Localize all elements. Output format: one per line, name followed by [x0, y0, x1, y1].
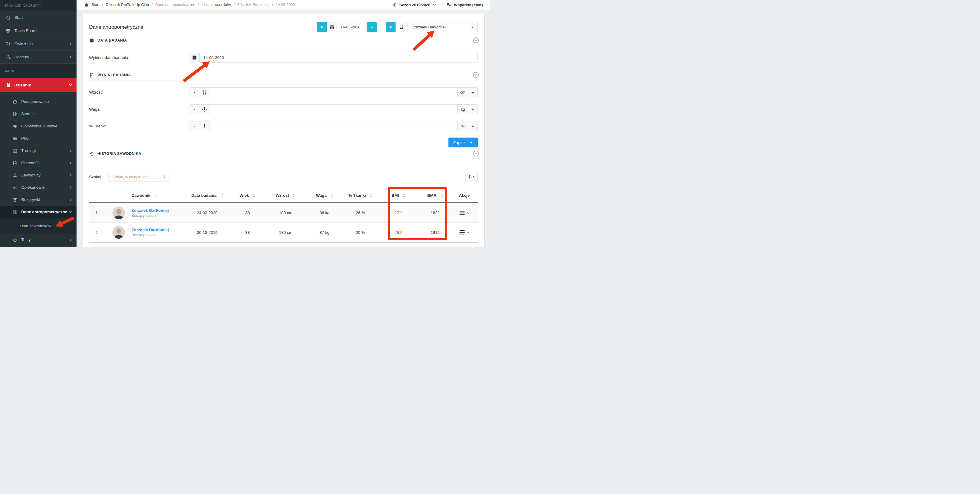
decrement-button[interactable]: - [189, 104, 199, 114]
field-label: Wzrost: [89, 90, 189, 94]
player-name-link[interactable]: Zdrzałek Bartłomiej [132, 208, 169, 213]
sidebar-item-pliki[interactable]: Pliki [0, 132, 76, 145]
bmr-cell: 1812 [420, 230, 451, 235]
column-header-bmr[interactable]: BMR [420, 193, 451, 198]
row-actions-button[interactable] [460, 211, 469, 215]
body-fat-icon [199, 121, 210, 131]
date-nav-input[interactable] [337, 22, 367, 32]
breadcrumb-item[interactable]: Start [91, 3, 99, 7]
sidebar-section-personal: FUNKCJE OSOBISTE [0, 0, 76, 11]
sidebar-item-label: Testy [21, 237, 31, 242]
sidebar-item-obecnosc[interactable]: Obecność [0, 157, 76, 169]
unit-label: kg [457, 104, 468, 114]
section-label: MENU [5, 69, 16, 73]
chevron-right-icon [69, 55, 72, 59]
chevron-down-icon [69, 83, 72, 87]
save-button[interactable]: Zapisz [449, 137, 478, 147]
calendar-icon [189, 53, 199, 62]
chevron-right-icon [69, 174, 72, 177]
breadcrumb: Start / Dziennik ProTrainUp Club / Dane … [84, 3, 295, 7]
column-header-wzrost[interactable]: Wzrost [266, 193, 306, 198]
chevron-down-icon [69, 210, 72, 214]
date-prev-button[interactable] [317, 22, 327, 32]
waga-input[interactable] [210, 104, 458, 114]
player-navigator: Zdrzałek Bartłomiej [386, 22, 478, 32]
sidebar-item-label: Treningi [21, 148, 36, 153]
sidebar-item-label: Dostępy [14, 55, 29, 59]
search-box [108, 172, 169, 182]
dziennik-submenu: Podsumowanie Szatnia Ogłoszenia klubowe … [0, 92, 76, 246]
support-chat-button[interactable]: Wsparcie (chat) [446, 2, 483, 8]
player-cell: Zdrzałek Bartłomiej Bieżący sezon [104, 226, 185, 239]
sidebar-item-lista-zawodnikow[interactable]: Lista zawodników [0, 218, 76, 234]
breadcrumb-item: 14-05-2020 [276, 3, 295, 7]
date-next-button[interactable] [367, 22, 377, 32]
search-input[interactable] [108, 172, 169, 182]
column-header-data-badania[interactable]: Data badania [185, 193, 230, 198]
chevron-right-icon [69, 238, 72, 242]
increment-button[interactable]: + [468, 121, 478, 131]
player-cell: Zdrzałek Bartłomiej Bieżący sezon [104, 207, 185, 219]
player-prev-button[interactable] [386, 22, 396, 32]
sidebar-item-rozgrywki[interactable]: Rozgrywki [0, 193, 76, 206]
player-name-link[interactable]: Zdrzałek Bartłomiej [132, 228, 169, 232]
season-selector[interactable]: Sezon 2019/2020 [391, 2, 436, 8]
home-icon [12, 99, 18, 105]
breadcrumb-item[interactable]: Lista zawodników [202, 3, 231, 7]
sort-arrows-icon [441, 193, 443, 198]
breadcrumb-home-icon[interactable] [84, 3, 89, 7]
wzrost-input[interactable] [210, 87, 458, 97]
circle-chevron-down-icon [473, 150, 479, 157]
increment-button[interactable]: + [468, 87, 478, 97]
collapse-section-button[interactable] [473, 37, 479, 43]
decrement-button[interactable]: - [189, 87, 199, 97]
sidebar-item-szatnia[interactable]: Szatnia [0, 108, 76, 120]
sidebar-item-podsumowanie[interactable]: Podsumowanie [0, 96, 76, 108]
breadcrumb-separator: / [102, 3, 103, 7]
collapse-section-button[interactable] [473, 72, 479, 78]
trainings-calendar-icon [12, 148, 18, 154]
sidebar-item-tactic-board[interactable]: Tactic Board [0, 24, 76, 37]
weight-gauge-icon [199, 104, 210, 114]
players-icon [396, 22, 407, 32]
sidebar-item-opiekunowie[interactable]: Opiekunowie [0, 181, 76, 193]
export-button[interactable] [465, 172, 478, 182]
column-header-zawodnik[interactable]: Zawodnik [104, 193, 185, 198]
exercises-icon [5, 41, 11, 47]
exam-date-input[interactable] [199, 53, 478, 62]
tkanki-input[interactable] [210, 121, 458, 131]
chevron-down-icon [473, 175, 476, 178]
sidebar-item-zawodnicy[interactable]: Zawodnicy [0, 169, 76, 181]
sidebar-item-ogloszenia[interactable]: Ogłoszenia klubowe [0, 120, 76, 132]
sidebar-item-cwiczenia[interactable]: Ćwiczenia [0, 37, 76, 51]
sidebar-item-treningi[interactable]: Treningi [0, 145, 76, 157]
sidebar-item-start[interactable]: Start [0, 11, 76, 24]
sidebar-section-menu: MENU [0, 64, 76, 78]
row-actions-button[interactable] [460, 230, 469, 234]
column-header-wiek[interactable]: Wiek [230, 193, 266, 198]
chevron-up-icon [466, 212, 469, 214]
content-card: Dane antropometryczne Zdrzałek Bartłomie… [83, 14, 484, 247]
collapse-section-button[interactable] [473, 150, 479, 157]
player-select[interactable]: Zdrzałek Bartłomiej [407, 22, 478, 32]
arrow-left-icon [388, 25, 393, 29]
title-row: Dane antropometryczne Zdrzałek Bartłomie… [89, 22, 478, 32]
tkanki-control: - % + [189, 121, 478, 131]
decrement-button[interactable]: - [189, 121, 199, 131]
sidebar-item-dziennik[interactable]: Dziennik [0, 78, 76, 92]
breadcrumb-item[interactable]: Dziennik ProTrainUp Club [106, 3, 149, 7]
column-header-bmi[interactable]: BMI [378, 193, 420, 198]
sidebar-item-dostepy[interactable]: Dostępy [0, 51, 76, 64]
chevron-right-icon [69, 161, 72, 165]
sidebar-item-testy[interactable]: Testy [0, 234, 76, 246]
column-header-waga[interactable]: Waga [306, 193, 343, 198]
column-header-tkanki[interactable]: % Tkanki [343, 193, 378, 198]
sidebar-item-label: Ogłoszenia klubowe [21, 124, 57, 128]
sidebar-item-label: Lista zawodników [20, 224, 51, 228]
breadcrumb-separator: / [198, 3, 199, 7]
sidebar-item-dane-antropometryczne[interactable]: Dane antropometryczne [0, 206, 76, 218]
calendar-icon [89, 38, 94, 43]
increment-button[interactable]: + [468, 104, 478, 114]
history-table: Zawodnik Data badania Wiek Wzrost Waga %… [89, 188, 478, 242]
player-season: Bieżący sezon [132, 214, 169, 218]
